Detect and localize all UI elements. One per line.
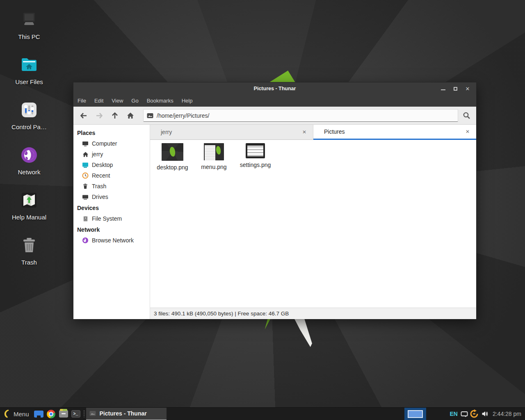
sidebar-label: Desktop xyxy=(92,162,113,168)
sidebar-label: File System xyxy=(92,215,122,222)
menu-logo-icon xyxy=(3,409,10,418)
menu-edit[interactable]: Edit xyxy=(90,95,107,107)
sidebar-label: Computer xyxy=(92,140,117,147)
sidebar-item-file-system[interactable]: File System xyxy=(73,213,150,224)
desktop-icon-control-panel[interactable]: Control Pa… xyxy=(5,100,53,145)
display-icon xyxy=(461,411,468,417)
menu-help[interactable]: Help xyxy=(178,95,197,107)
menu-view[interactable]: View xyxy=(107,95,127,107)
file-menu-png[interactable]: menu.png xyxy=(193,142,235,170)
network-globe-icon xyxy=(19,145,39,165)
minimize-button[interactable] xyxy=(437,82,449,95)
forward-icon xyxy=(95,112,103,120)
tab-close-icon[interactable]: ✕ xyxy=(464,128,471,135)
path-text: /home/jerry/Pictures/ xyxy=(157,112,209,119)
recent-clock-icon xyxy=(82,172,89,179)
sidebar-item-drives[interactable]: Drives xyxy=(73,192,150,202)
search-icon xyxy=(462,111,471,120)
tab-jerry[interactable]: jerry ✕ xyxy=(150,125,313,140)
settings-png-thumbnail xyxy=(246,143,265,158)
terminal-launcher[interactable]: >_ xyxy=(70,408,82,420)
menu-file[interactable]: File xyxy=(73,95,90,107)
taskbar: Menu >_ Pictures - Thunar EN 2:44:28 pm xyxy=(0,407,525,420)
desktop-icon-column: This PC User Files Control Pa… Network H… xyxy=(5,10,53,281)
control-panel-icon xyxy=(19,100,39,120)
file-settings-png[interactable]: settings.png xyxy=(235,142,276,168)
taskbar-window-button[interactable]: Pictures - Thunar xyxy=(86,408,167,420)
keyboard-layout-indicator[interactable]: EN xyxy=(450,411,457,417)
places-header: Places xyxy=(73,127,150,138)
desktop-icon-help-manual[interactable]: Help Manual xyxy=(5,190,53,235)
close-button[interactable]: ✕ xyxy=(461,82,474,95)
path-bar[interactable]: /home/jerry/Pictures/ xyxy=(143,109,458,122)
taskbar-handle[interactable] xyxy=(82,408,86,420)
menu-go[interactable]: Go xyxy=(127,95,142,107)
thumbnail-green-shape xyxy=(216,146,221,155)
volume-tray-button[interactable] xyxy=(482,411,488,417)
home-icon xyxy=(126,112,135,120)
trash-can-icon xyxy=(19,235,39,255)
files-icon xyxy=(34,411,43,418)
wallpaper-quill xyxy=(292,317,313,347)
chrome-launcher[interactable] xyxy=(45,408,57,420)
chrome-icon xyxy=(47,410,55,418)
sidebar-item-desktop[interactable]: Desktop xyxy=(73,160,150,170)
desktop-icon-trash[interactable]: Trash xyxy=(5,235,53,281)
home-icon xyxy=(82,151,89,158)
display-tray-button[interactable] xyxy=(461,411,468,417)
file-name: menu.png xyxy=(201,164,226,170)
file-name: settings.png xyxy=(240,162,271,168)
desktop-display-icon xyxy=(82,162,89,168)
tab-close-icon[interactable]: ✕ xyxy=(301,128,308,136)
start-menu-button[interactable]: Menu xyxy=(0,408,33,420)
menu-png-thumbnail xyxy=(204,143,224,160)
file-view[interactable]: desktop.png menu.png settings.png xyxy=(150,140,476,308)
sidebar-item-jerry[interactable]: jerry xyxy=(73,149,150,160)
desktop-icon-user-files[interactable]: User Files xyxy=(5,55,53,100)
close-icon: ✕ xyxy=(466,86,470,92)
desktop-icon-label: Trash xyxy=(21,259,37,266)
menu-bookmarks[interactable]: Bookmarks xyxy=(143,95,178,107)
file-manager-launcher[interactable] xyxy=(33,408,45,420)
devices-header: Devices xyxy=(73,202,150,213)
window-title: Pictures - Thunar xyxy=(73,86,476,91)
desktop-icon-network[interactable]: Network xyxy=(5,145,53,190)
back-button[interactable] xyxy=(76,109,91,123)
forward-button[interactable] xyxy=(91,109,107,123)
update-tray-button[interactable] xyxy=(470,409,479,418)
sidebar-item-recent[interactable]: Recent xyxy=(73,170,150,181)
active-workspace xyxy=(408,410,423,418)
wallpaper-leaf-bottom xyxy=(264,318,271,329)
menu-label: Menu xyxy=(14,411,29,418)
desktop-icon-this-pc[interactable]: This PC xyxy=(5,10,53,55)
search-button[interactable] xyxy=(458,109,475,123)
sidebar-item-browse-network[interactable]: Browse Network xyxy=(73,235,150,246)
back-icon xyxy=(80,112,88,120)
sidebar-label: Drives xyxy=(92,194,108,200)
up-button[interactable] xyxy=(107,109,123,123)
taskbar-window-title: Pictures - Thunar xyxy=(100,410,147,417)
desktop-wallpaper: This PC User Files Control Pa… Network H… xyxy=(0,0,525,420)
sidebar-label: Trash xyxy=(92,183,106,189)
network-header: Network xyxy=(73,224,150,235)
archive-launcher[interactable] xyxy=(57,408,70,420)
file-desktop-png[interactable]: desktop.png xyxy=(152,142,193,171)
desktop-png-thumbnail xyxy=(162,143,183,161)
desktop-icon-label: User Files xyxy=(15,78,43,85)
side-pane: Places Computer jerry Desktop Recent xyxy=(73,125,150,319)
taskbar-clock[interactable]: 2:44:28 pm xyxy=(493,411,521,417)
desktop-icon-label: Network xyxy=(18,169,40,176)
thumbnail-panel xyxy=(205,145,215,160)
home-button[interactable] xyxy=(123,109,138,123)
user-files-folder-icon xyxy=(19,55,39,75)
sidebar-item-trash[interactable]: Trash xyxy=(73,181,150,192)
image-icon xyxy=(147,113,153,119)
workspace-pager[interactable] xyxy=(404,408,426,420)
desktop-icon-label: Control Pa… xyxy=(11,123,47,130)
tab-pictures[interactable]: Pictures ✕ xyxy=(313,125,476,140)
maximize-button[interactable] xyxy=(449,82,461,95)
archive-icon xyxy=(59,410,68,418)
sidebar-item-computer[interactable]: Computer xyxy=(73,138,150,149)
minimize-icon xyxy=(441,89,445,90)
sidebar-label: jerry xyxy=(92,151,103,158)
